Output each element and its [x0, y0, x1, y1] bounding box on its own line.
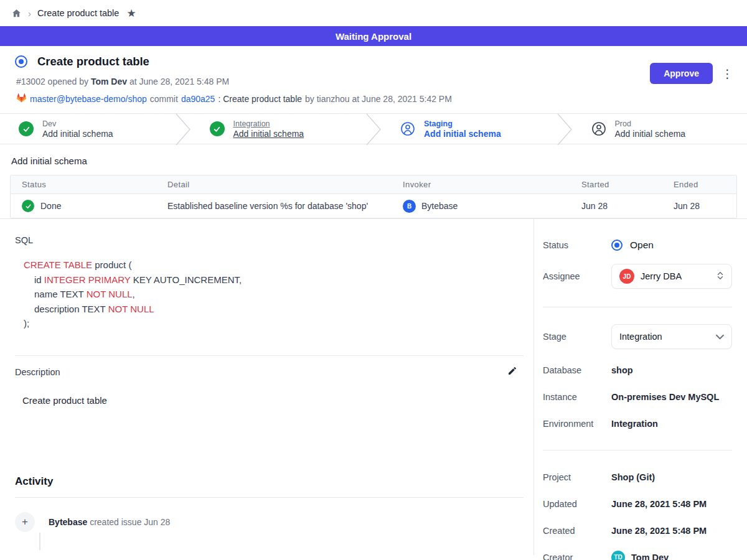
breadcrumb-title[interactable]: Create product table [37, 8, 119, 18]
creator-value: Tom Dev [631, 553, 669, 560]
sidebar-field-creator: Creator TD Tom Dev [543, 544, 732, 560]
column-header-started: Started [570, 180, 662, 189]
column-header-ended: Ended [662, 180, 736, 189]
vcs-commit-label: commit [150, 94, 178, 104]
sidebar-field-database: Database shop [543, 357, 732, 383]
divider [543, 450, 732, 450]
stage-pending-person-icon [400, 121, 415, 136]
stage-done-icon [210, 121, 225, 136]
approve-button[interactable]: Approve [650, 63, 713, 84]
activity-time: Jun 28 [144, 517, 170, 527]
stage-separator [175, 114, 191, 145]
issue-meta: #13002 opened by Tom Dev at June 28, 202… [16, 77, 732, 86]
activity-heading: Activity [15, 475, 524, 488]
created-value: June 28, 2021 5:48 PM [611, 526, 707, 536]
sidebar-field-environment: Environment Integration [543, 410, 732, 437]
pipeline-stage-prod[interactable]: Prod Add initial schema [573, 114, 747, 144]
column-header-invoker: Invoker [392, 180, 570, 189]
column-header-status: Status [11, 180, 156, 189]
assignee-select[interactable]: JD Jerry DBA [611, 264, 732, 289]
chevron-down-icon [716, 332, 724, 342]
assignee-label: Assignee [543, 271, 611, 281]
activity-action: created issue [90, 517, 141, 527]
pipeline-stage-dev[interactable]: Dev Add initial schema [0, 114, 175, 144]
divider [15, 497, 524, 498]
chevron-right-icon: › [28, 8, 31, 19]
stage-value: Integration [619, 332, 710, 342]
project-value[interactable]: Shop (Git) [611, 472, 655, 482]
description-label: Description [15, 367, 60, 377]
home-icon[interactable] [11, 8, 22, 19]
pipeline-stage-bar: Dev Add initial schema Integration Add i… [0, 113, 747, 144]
task-detail-text: Established baseline version %s for data… [156, 201, 392, 211]
stage-env-label: Prod [615, 119, 686, 128]
approval-banner-text: Waiting Approval [336, 31, 411, 42]
environment-value: Integration [611, 419, 658, 429]
description-content: Create product table [22, 395, 524, 406]
task-section-heading: Add initial schema [11, 156, 737, 166]
issue-id-text: #13002 opened by [16, 77, 88, 86]
activity-item: + Bytebase created issue Jun 28 [15, 512, 524, 532]
vcs-commit-link[interactable]: da90a25 [181, 94, 215, 104]
sidebar-field-project: Project Shop (Git) [543, 464, 732, 490]
issue-header: Create product table Approve ⋮ #13002 op… [0, 46, 747, 113]
stage-separator [365, 114, 382, 145]
stage-separator [557, 114, 573, 145]
task-invoker-text: Bytebase [421, 201, 458, 211]
stage-env-label: Integration [233, 119, 304, 128]
task-started-date: Jun 28 [570, 201, 662, 211]
creator-avatar: TD [611, 551, 625, 560]
column-header-detail: Detail [156, 180, 392, 189]
stage-label: Stage [543, 332, 611, 342]
kebab-menu-icon[interactable]: ⋮ [720, 68, 735, 80]
activity-timeline-line [39, 533, 40, 550]
issue-open-icon [15, 55, 27, 68]
pipeline-stage-integration[interactable]: Integration Add initial schema [191, 114, 366, 144]
edit-description-icon[interactable] [507, 366, 517, 378]
stage-env-label: Dev [42, 119, 113, 128]
sidebar-field-updated: Updated June 28, 2021 5:48 PM [543, 490, 732, 517]
stage-done-icon [19, 121, 34, 136]
star-icon[interactable]: ★ [126, 7, 136, 20]
task-section: Add initial schema Status Detail Invoker… [0, 144, 747, 218]
page-title: Create product table [37, 55, 149, 68]
divider [15, 355, 524, 356]
status-label: Status [543, 240, 611, 250]
sql-section-label: SQL [15, 235, 524, 245]
stage-task-label: Add initial schema [424, 129, 501, 139]
stage-task-label: Add initial schema [42, 129, 113, 139]
sidebar-field-instance: Instance On-premises Dev MySQL [543, 383, 732, 410]
stage-select[interactable]: Integration [611, 324, 732, 349]
activity-actor: Bytebase [49, 517, 87, 527]
issue-open-time: at June 28, 2021 5:48 PM [129, 77, 229, 86]
gitlab-icon [16, 93, 27, 105]
updown-chevron-icon [716, 271, 724, 282]
breadcrumb: › Create product table ★ [0, 0, 747, 26]
vcs-branch-link[interactable]: master@bytebase-demo/shop [30, 94, 147, 104]
sql-statement: CREATE TABLE product ( id INTEGER PRIMAR… [24, 258, 524, 331]
task-ended-date: Jun 28 [662, 201, 736, 211]
stage-pending-person-icon [591, 121, 606, 136]
task-table: Status Detail Invoker Started Ended Done… [10, 175, 737, 218]
bytebase-avatar: B [403, 200, 416, 213]
sidebar-field-created: Created June 28, 2021 5:48 PM [543, 517, 732, 544]
vcs-commit-row: master@bytebase-demo/shop commit da90a25… [16, 93, 732, 105]
table-row[interactable]: Done Established baseline version %s for… [11, 194, 736, 218]
database-value: shop [611, 365, 633, 375]
stage-task-label: Add initial schema [233, 129, 304, 139]
vcs-commit-byline: by tianzhou at June 28, 2021 5:42 PM [305, 94, 452, 104]
task-table-header: Status Detail Invoker Started Ended [11, 175, 736, 194]
assignee-value: Jerry DBA [641, 271, 710, 281]
issue-main-panel: SQL CREATE TABLE product ( id INTEGER PR… [0, 219, 534, 555]
task-status-text: Done [40, 201, 61, 211]
stage-task-label: Add initial schema [615, 129, 686, 139]
pipeline-stage-staging[interactable]: Staging Add initial schema [382, 114, 557, 144]
instance-value: On-premises Dev MySQL [611, 392, 719, 402]
activity-create-icon: + [15, 512, 35, 532]
stage-env-label: Staging [424, 119, 501, 128]
issue-opener: Tom Dev [91, 77, 127, 86]
approval-banner: Waiting Approval [0, 26, 747, 46]
status-value: Open [630, 240, 654, 251]
assignee-avatar: JD [619, 269, 634, 284]
vcs-commit-message: : Create product table [218, 94, 302, 104]
